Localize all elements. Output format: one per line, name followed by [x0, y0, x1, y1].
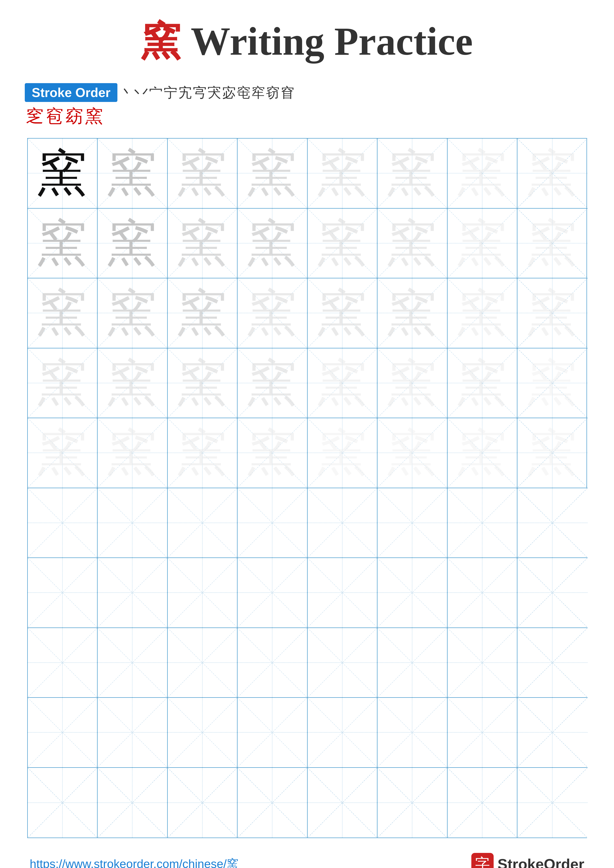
grid-row-1: 窯 窯 窯 窯 窯 窯 窯: [28, 139, 586, 209]
grid-cell[interactable]: 窯: [308, 278, 378, 349]
grid-cell[interactable]: [378, 698, 448, 768]
practice-char: 窯: [38, 149, 87, 198]
grid-cell[interactable]: 窯: [378, 209, 448, 279]
grid-cell[interactable]: 窯: [238, 349, 308, 418]
grid-cell[interactable]: 窯: [238, 209, 308, 279]
grid-cell[interactable]: 窯: [308, 349, 378, 418]
grid-cell[interactable]: 窯: [168, 139, 238, 209]
practice-char: 窯: [387, 358, 437, 408]
grid-cell[interactable]: [518, 488, 588, 558]
grid-cell[interactable]: [168, 768, 238, 838]
grid-cell[interactable]: 窯: [448, 209, 518, 279]
svg-line-127: [518, 628, 588, 698]
grid-cell[interactable]: [98, 558, 168, 628]
grid-cell[interactable]: 窯: [168, 278, 238, 349]
grid-cell[interactable]: [168, 628, 238, 698]
grid-cell[interactable]: [98, 488, 168, 558]
grid-cell[interactable]: [308, 628, 378, 698]
grid-cell[interactable]: [448, 768, 518, 838]
grid-cell[interactable]: 窯: [168, 209, 238, 279]
grid-cell[interactable]: [28, 768, 98, 838]
grid-cell[interactable]: [518, 558, 588, 628]
footer-url[interactable]: https://www.strokeorder.com/chinese/窯: [30, 856, 238, 868]
grid-cell[interactable]: [238, 558, 308, 628]
svg-line-101: [168, 558, 237, 628]
svg-line-154: [378, 768, 447, 838]
grid-cell[interactable]: 窯: [98, 349, 168, 418]
grid-cell[interactable]: 窯: [238, 418, 308, 488]
grid-cell[interactable]: [168, 698, 238, 768]
grid-cell[interactable]: 窯: [168, 418, 238, 488]
grid-cell[interactable]: 窯: [238, 139, 308, 209]
grid-cell[interactable]: [98, 768, 168, 838]
grid-cell[interactable]: [98, 628, 168, 698]
grid-cell[interactable]: [28, 488, 98, 558]
grid-cell[interactable]: [28, 628, 98, 698]
grid-cell[interactable]: 窯: [308, 418, 378, 488]
grid-cell[interactable]: [28, 558, 98, 628]
grid-cell[interactable]: 窯: [378, 418, 448, 488]
grid-cell[interactable]: [168, 488, 238, 558]
svg-line-105: [308, 558, 377, 628]
grid-cell[interactable]: [378, 768, 448, 838]
grid-cell[interactable]: 窯: [448, 139, 518, 209]
grid-cell[interactable]: 窯: [168, 349, 238, 418]
grid-cell[interactable]: 窯: [308, 139, 378, 209]
grid-cell[interactable]: [98, 698, 168, 768]
grid-cell[interactable]: 窯: [378, 349, 448, 418]
grid-cell[interactable]: [238, 698, 308, 768]
grid-cell[interactable]: [448, 698, 518, 768]
grid-cell[interactable]: 窯: [518, 139, 588, 209]
grid-cell[interactable]: 窯: [518, 278, 588, 349]
grid-cell[interactable]: [378, 488, 448, 558]
grid-cell[interactable]: 窯: [448, 349, 518, 418]
grid-cell[interactable]: [308, 698, 378, 768]
svg-line-109: [448, 558, 517, 628]
grid-cell[interactable]: 窯: [518, 418, 588, 488]
grid-cell[interactable]: 窯: [378, 139, 448, 209]
svg-line-125: [448, 628, 517, 698]
grid-cell[interactable]: 窯: [98, 418, 168, 488]
grid-cell[interactable]: 窯: [28, 418, 98, 488]
grid-cell[interactable]: 窯: [28, 209, 98, 279]
grid-cell[interactable]: [518, 768, 588, 838]
grid-cell[interactable]: [168, 558, 238, 628]
grid-cell[interactable]: 窯: [518, 209, 588, 279]
grid-cell[interactable]: [308, 768, 378, 838]
grid-cell[interactable]: [448, 628, 518, 698]
grid-cell[interactable]: 窯: [98, 139, 168, 209]
grid-cell[interactable]: [378, 628, 448, 698]
grid-cell[interactable]: [308, 488, 378, 558]
grid-cell[interactable]: [518, 698, 588, 768]
writing-grid: 窯 窯 窯 窯 窯 窯 窯: [27, 138, 587, 838]
grid-cell[interactable]: [448, 488, 518, 558]
grid-cell[interactable]: 窯: [448, 418, 518, 488]
svg-line-81: [28, 488, 97, 558]
stroke-r2: 窇: [45, 104, 64, 128]
grid-cell[interactable]: [238, 628, 308, 698]
grid-cell[interactable]: [378, 558, 448, 628]
practice-char: 窯: [107, 288, 157, 338]
grid-cell[interactable]: 窯: [28, 139, 98, 209]
grid-cell[interactable]: [518, 628, 588, 698]
grid-cell[interactable]: 窯: [378, 278, 448, 349]
practice-char: 窯: [247, 288, 297, 338]
grid-cell[interactable]: 窯: [238, 278, 308, 349]
grid-cell[interactable]: [238, 488, 308, 558]
svg-line-131: [98, 698, 167, 767]
grid-cell[interactable]: [448, 558, 518, 628]
grid-cell[interactable]: 窯: [28, 349, 98, 418]
grid-cell[interactable]: 窯: [448, 278, 518, 349]
stroke-s9: 窀: [237, 86, 250, 99]
grid-cell[interactable]: 窯: [518, 349, 588, 418]
grid-cell[interactable]: [238, 768, 308, 838]
grid-cell[interactable]: 窯: [98, 278, 168, 349]
grid-cell[interactable]: 窯: [98, 209, 168, 279]
stroke-s8: 宓: [222, 86, 236, 99]
grid-cell[interactable]: 窯: [28, 278, 98, 349]
grid-cell[interactable]: [28, 698, 98, 768]
practice-char: 窯: [387, 288, 437, 338]
grid-cell[interactable]: 窯: [308, 209, 378, 279]
svg-line-96: [28, 558, 97, 628]
grid-cell[interactable]: [308, 558, 378, 628]
